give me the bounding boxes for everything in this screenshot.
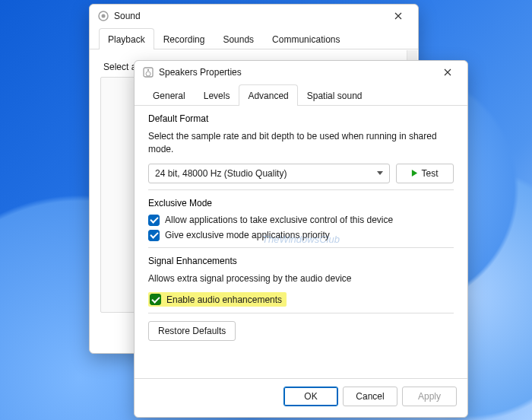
speakers-properties-window: Speakers Properties General Levels Advan… xyxy=(134,60,468,418)
sound-tabs: Playback Recording Sounds Communications xyxy=(90,27,418,49)
chevron-down-icon xyxy=(377,171,383,175)
svg-point-1 xyxy=(102,14,106,18)
checkbox-exclusive-control[interactable]: Allow applications to take exclusive con… xyxy=(148,215,454,226)
props-title: Speakers Properties xyxy=(159,67,431,78)
tab-general[interactable]: General xyxy=(144,84,195,106)
props-footer: OK Cancel Apply xyxy=(135,378,467,417)
default-format-desc: Select the sample rate and bit depth to … xyxy=(148,130,454,156)
play-icon xyxy=(411,170,418,177)
tab-sounds[interactable]: Sounds xyxy=(214,28,263,49)
sound-titlebar: Sound xyxy=(90,5,418,27)
tab-playback[interactable]: Playback xyxy=(99,28,154,49)
default-format-title: Default Format xyxy=(148,113,454,124)
speaker-icon xyxy=(97,10,109,22)
checkbox-label: Enable audio enhancements xyxy=(166,294,282,305)
tab-communications[interactable]: Communications xyxy=(263,28,349,49)
exclusive-mode-title: Exclusive Mode xyxy=(148,198,454,208)
props-close-button[interactable] xyxy=(431,62,464,83)
sound-close-button[interactable] xyxy=(382,5,415,27)
speaker-icon xyxy=(142,66,154,78)
checkbox-icon xyxy=(148,230,160,241)
signal-enh-desc: Allows extra signal processing by the au… xyxy=(148,272,454,285)
props-body: Default Format Select the sample rate an… xyxy=(135,106,467,378)
ok-button[interactable]: OK xyxy=(283,387,338,406)
divider xyxy=(148,247,454,248)
checkbox-icon xyxy=(150,294,161,305)
desktop-wallpaper: Sound Playback Recording Sounds Communic… xyxy=(0,0,532,420)
tab-levels[interactable]: Levels xyxy=(195,84,239,106)
checkbox-exclusive-priority[interactable]: Give exclusive mode applications priorit… xyxy=(148,230,454,241)
checkbox-enable-enhancements[interactable]: Enable audio enhancements xyxy=(150,294,282,305)
checkbox-label: Allow applications to take exclusive con… xyxy=(165,215,393,225)
checkbox-label: Give exclusive mode applications priorit… xyxy=(165,230,330,240)
restore-defaults-label: Restore Defaults xyxy=(158,326,226,336)
apply-label: Apply xyxy=(418,391,441,402)
highlighted-option: Enable audio enhancements xyxy=(148,292,287,307)
apply-button[interactable]: Apply xyxy=(402,387,457,406)
svg-point-4 xyxy=(147,69,149,71)
divider xyxy=(148,313,454,313)
test-button[interactable]: Test xyxy=(396,164,454,183)
props-tabs: General Levels Advanced Spatial sound xyxy=(135,84,467,106)
restore-defaults-button[interactable]: Restore Defaults xyxy=(148,321,236,341)
group-exclusive-mode: Exclusive Mode Allow applications to tak… xyxy=(148,198,454,241)
props-titlebar: Speakers Properties xyxy=(135,61,467,84)
svg-point-3 xyxy=(146,72,150,76)
tab-advanced[interactable]: Advanced xyxy=(239,84,297,106)
tab-recording[interactable]: Recording xyxy=(154,28,214,49)
signal-enh-title: Signal Enhancements xyxy=(148,256,454,266)
group-default-format: Default Format Select the sample rate an… xyxy=(148,113,454,183)
tab-spatial[interactable]: Spatial sound xyxy=(298,84,372,106)
group-signal-enhancements: Signal Enhancements Allows extra signal … xyxy=(148,256,454,307)
sound-title: Sound xyxy=(114,11,382,21)
checkbox-icon xyxy=(148,215,160,226)
cancel-button[interactable]: Cancel xyxy=(343,387,397,406)
sample-rate-combobox[interactable]: 24 bit, 48000 Hz (Studio Quality) xyxy=(148,164,390,183)
sample-rate-value: 24 bit, 48000 Hz (Studio Quality) xyxy=(155,168,287,179)
divider xyxy=(148,189,454,190)
ok-label: OK xyxy=(304,391,317,402)
test-label: Test xyxy=(421,168,438,179)
cancel-label: Cancel xyxy=(356,391,384,402)
